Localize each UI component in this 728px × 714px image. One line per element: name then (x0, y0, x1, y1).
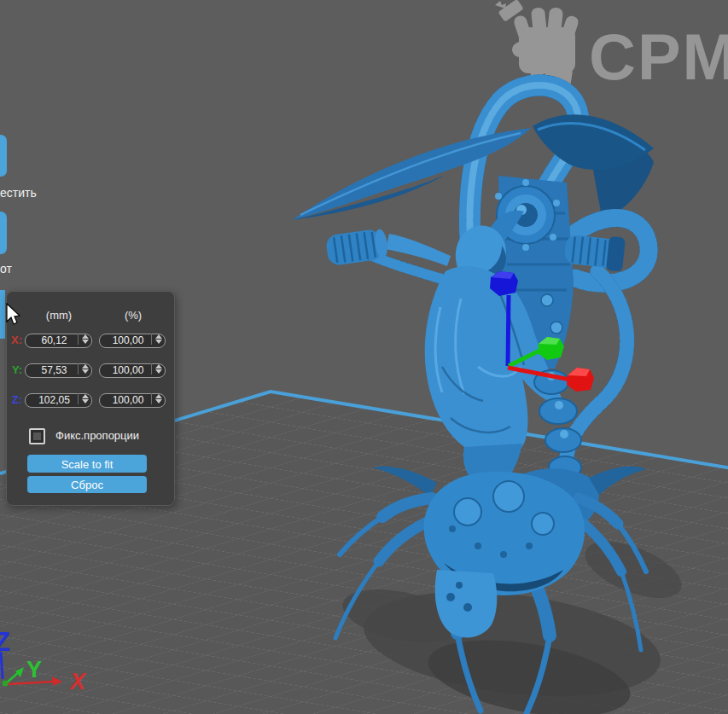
cpm-watermark-text: CPM (589, 20, 728, 93)
axis-y-label: Y (26, 657, 42, 682)
axis-z-label: Z (0, 627, 10, 657)
x-axis-row-label: X: (9, 334, 22, 346)
toolbar-label-move: естить (0, 186, 37, 200)
gizmo-z-axis-line (508, 295, 509, 366)
z-mm-spinner[interactable] (78, 393, 90, 404)
slicer-viewport: CPM (0, 0, 728, 714)
z-axis-row-label: Z: (9, 393, 22, 406)
toolbar-label-rotate: от (0, 262, 12, 276)
x-mm-spinner[interactable] (78, 334, 90, 345)
x-percent-spinbox[interactable] (99, 332, 166, 346)
mouse-cursor (5, 303, 24, 327)
percent-column-header: (%) (99, 309, 167, 322)
fix-proportions-checkbox[interactable] (29, 428, 45, 444)
y-mm-spinbox[interactable] (25, 362, 92, 376)
y-axis-row-label: Y: (9, 363, 22, 376)
toolbar-button-move[interactable] (0, 135, 7, 177)
x-percent-spinner[interactable] (151, 334, 163, 345)
scale-to-fit-button[interactable]: Scale to fit (27, 455, 147, 473)
z-mm-spinbox[interactable] (25, 392, 92, 406)
y-percent-spinbox[interactable] (99, 362, 166, 376)
axis-x-label: X (68, 669, 87, 694)
mm-column-header: (mm) (25, 309, 93, 322)
toolbar-button-rotate[interactable] (0, 212, 7, 254)
z-percent-spinbox[interactable] (99, 392, 166, 406)
scale-panel: (mm) (%) X: Y: Z: Фикс.пропорции Scale t… (6, 291, 175, 506)
y-percent-spinner[interactable] (151, 363, 163, 374)
fix-proportions-label: Фикс.пропорции (55, 429, 139, 442)
z-percent-spinner[interactable] (151, 393, 163, 404)
y-mm-spinner[interactable] (78, 363, 90, 374)
x-mm-spinbox[interactable] (25, 332, 92, 346)
reset-button[interactable]: Сброс (27, 476, 147, 493)
